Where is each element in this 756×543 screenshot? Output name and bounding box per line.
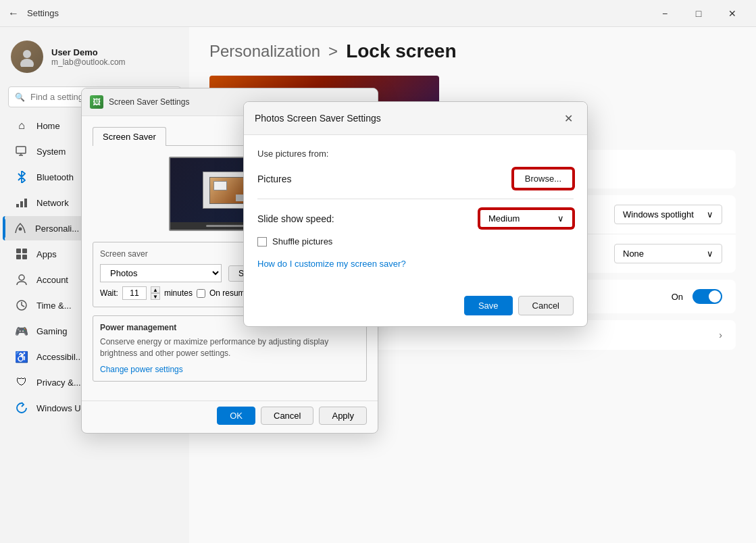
none-dropdown-value: None [623,249,644,259]
pictures-label: Pictures [257,174,292,184]
power-link[interactable]: Change power settings [100,365,183,374]
wait-input[interactable] [122,286,147,300]
speed-dropdown[interactable]: Medium ∨ [479,209,574,228]
slideshow-label: Slide show speed: [257,213,334,224]
back-button[interactable]: ← [8,7,19,20]
sidebar-item-label: Accessibil... [36,352,83,362]
close-button[interactable]: ✕ [717,3,748,24]
home-icon: ⌂ [15,119,28,132]
page-header: Personalization > Lock screen [209,41,736,62]
sidebar-item-label: Home [36,121,60,131]
sidebar-item-label: System [36,147,66,157]
screen-saver-dialog-title: Screen Saver Settings [109,97,189,107]
user-name: User Demo [51,47,126,57]
svg-rect-11 [16,255,21,259]
user-info: User Demo m_lab@outlook.com [51,47,126,67]
wait-label: Wait: [100,288,118,298]
gaming-icon: 🎮 [15,324,28,338]
svg-rect-6 [20,201,23,207]
avatar [11,41,43,73]
photos-close-button[interactable]: ✕ [560,110,576,126]
windows-update-icon [15,401,28,415]
sidebar-item-label: Apps [36,249,57,259]
spotlight-dropdown[interactable]: Windows spotlight ∨ [614,205,722,224]
breadcrumb-parent: Personalization [209,42,320,61]
spotlight-dropdown-value: Windows spotlight [623,209,694,219]
photos-cancel-button[interactable]: Cancel [518,296,574,315]
personalization-icon [14,222,27,235]
svg-rect-2 [16,147,26,153]
ok-button[interactable]: OK [217,407,255,425]
shuffle-checkbox[interactable] [257,237,267,247]
sidebar-item-label: Time &... [36,301,72,311]
breadcrumb-current: Lock screen [346,41,456,62]
spotlight-dropdown-arrow: ∨ [707,209,713,219]
privacy-icon: 🛡 [15,376,28,389]
system-icon [15,145,28,158]
photos-dialog-footer: Save Cancel [244,296,587,326]
pictures-row: Pictures Browse... [257,168,574,199]
photos-dialog-title-text: Photos Screen Saver Settings [255,113,381,124]
use-pictures-label: Use pictures from: [257,149,574,159]
browse-button[interactable]: Browse... [513,168,574,189]
photos-dialog: Photos Screen Saver Settings ✕ Use pictu… [243,101,588,327]
network-icon [15,196,28,209]
photos-save-button[interactable]: Save [464,296,513,315]
svg-point-1 [20,59,34,67]
maximize-button[interactable]: □ [683,3,714,24]
screen-saver-dialog-footer: OK Cancel Apply [82,400,378,433]
wait-spinner: ▲ ▼ [151,286,160,300]
toggle-knob [709,290,721,303]
title-bar: ← Settings − □ ✕ [0,0,756,27]
svg-rect-9 [16,249,21,253]
none-dropdown-arrow: ∨ [707,249,713,259]
slideshow-speed-row: Slide show speed: Medium ∨ [257,209,574,228]
accounts-icon [15,273,28,286]
power-desc: Conserve energy or maximize performance … [100,336,359,359]
svg-rect-10 [22,249,27,253]
minutes-label: minutes [164,288,193,298]
sidebar-item-label: Bluetooth [36,172,74,182]
screen-saver-tab[interactable]: Screen Saver [93,127,166,146]
sidebar-item-label: Account [36,275,68,285]
bluetooth-icon [15,170,28,184]
svg-rect-5 [16,204,19,207]
wait-up-button[interactable]: ▲ [151,286,160,293]
svg-point-8 [19,228,22,231]
user-profile[interactable]: User Demo m_lab@outlook.com [0,32,189,84]
toggle-label: On [672,292,683,302]
sidebar-item-label: Gaming [36,326,68,336]
screensaver-dropdown[interactable]: Photos [100,264,222,282]
shuffle-row: Shuffle pictures [257,236,574,247]
photos-dialog-body: Use pictures from: Pictures Browse... Sl… [244,135,587,296]
minimize-button[interactable]: − [649,3,680,24]
app-title: Settings [27,8,59,18]
screensaver-chevron-icon[interactable]: › [719,330,722,340]
window-controls: − □ ✕ [649,3,748,24]
signin-toggle[interactable] [692,289,722,304]
speed-value: Medium [488,213,520,224]
screen-saver-dialog-icon: 🖼 [90,95,103,109]
time-icon [15,299,28,312]
signin-toggle-area: On [672,289,722,304]
search-icon: 🔍 [15,93,25,102]
svg-point-13 [19,275,24,280]
none-dropdown[interactable]: None ∨ [614,244,722,263]
speed-dropdown-arrow-icon: ∨ [557,213,564,224]
svg-point-0 [23,50,31,58]
apply-button[interactable]: Apply [319,407,367,425]
customize-link[interactable]: How do I customize my screen saver? [257,259,574,269]
sidebar-item-label: Personali... [35,224,79,234]
apps-icon [15,247,28,261]
breadcrumb-separator: > [328,42,338,61]
accessibility-icon: ♿ [15,350,28,363]
photos-dialog-title-bar: Photos Screen Saver Settings ✕ [244,102,587,135]
sidebar-item-label: Network [36,198,69,208]
sidebar-item-label: Privacy &... [36,378,81,388]
svg-line-16 [22,305,24,307]
avatar-image [11,41,43,73]
cancel-button[interactable]: Cancel [261,407,313,425]
user-email: m_lab@outlook.com [51,57,126,67]
resume-checkbox[interactable] [197,289,205,298]
wait-down-button[interactable]: ▼ [151,293,160,300]
